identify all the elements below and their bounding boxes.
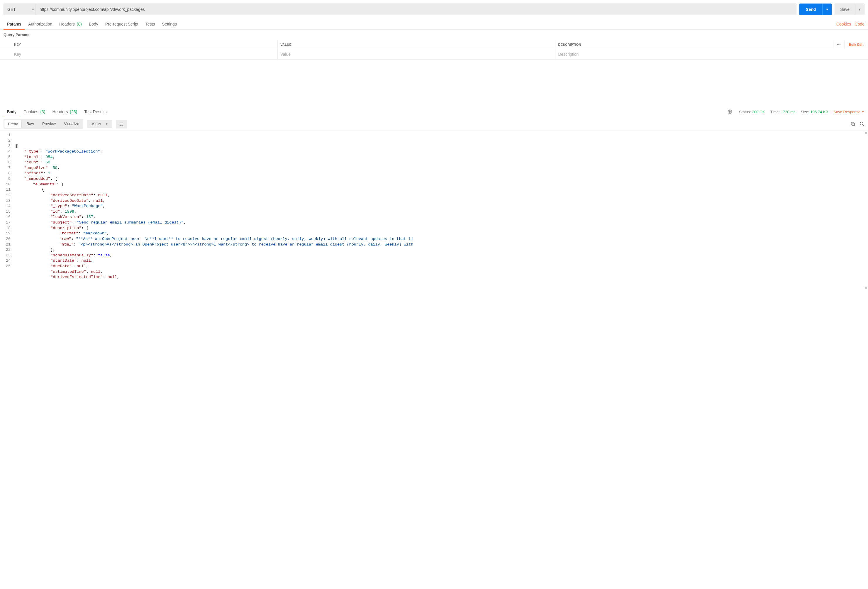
code-link[interactable]: Code bbox=[855, 22, 865, 27]
response-tab-headers[interactable]: Headers (23) bbox=[49, 106, 81, 117]
tab-pre-request-script[interactable]: Pre-request Script bbox=[102, 19, 142, 30]
line-number: 21 bbox=[5, 242, 12, 248]
save-button[interactable]: Save bbox=[835, 3, 855, 15]
body-mode-raw[interactable]: Raw bbox=[23, 120, 37, 128]
time-label: Time:1720 ms bbox=[771, 110, 796, 114]
body-mode-preview[interactable]: Preview bbox=[39, 120, 59, 128]
code-line[interactable]: "startDate": null, bbox=[14, 258, 868, 264]
param-key-input[interactable] bbox=[14, 52, 275, 57]
code-line[interactable]: "lockVersion": 137, bbox=[14, 214, 868, 220]
tab-headers[interactable]: Headers (8) bbox=[56, 19, 85, 30]
svg-rect-1 bbox=[852, 123, 855, 126]
send-button-group: Send ▼ bbox=[799, 3, 832, 15]
code-line[interactable]: "_type": "WorkPackage", bbox=[14, 204, 868, 209]
bulk-edit-link[interactable]: Bulk Edit bbox=[849, 43, 864, 46]
col-header-key: KEY bbox=[0, 40, 278, 49]
url-input[interactable] bbox=[35, 3, 796, 15]
code-line[interactable]: "pageSize": 50, bbox=[14, 165, 868, 171]
response-tab-body[interactable]: Body bbox=[3, 106, 20, 117]
code-line[interactable]: "_embedded": { bbox=[14, 176, 868, 182]
globe-icon[interactable] bbox=[727, 109, 734, 114]
status-label: Status:200 OK bbox=[739, 110, 765, 114]
chevron-down-icon: ▼ bbox=[862, 110, 865, 114]
format-select[interactable]: JSON ▼ bbox=[87, 120, 112, 128]
format-label: JSON bbox=[91, 122, 101, 126]
tab-tests[interactable]: Tests bbox=[142, 19, 159, 30]
line-number: 25 bbox=[5, 264, 12, 269]
code-line[interactable]: "derivedStartDate": null, bbox=[14, 193, 868, 198]
send-button[interactable]: Send bbox=[799, 3, 822, 15]
line-number: 11 bbox=[5, 187, 12, 193]
code-line[interactable]: "description": { bbox=[14, 226, 868, 231]
col-header-value: VALUE bbox=[278, 40, 555, 49]
code-line[interactable]: { bbox=[14, 187, 868, 193]
param-description-input[interactable] bbox=[558, 52, 865, 57]
code-line[interactable]: "_type": "WorkPackageCollection", bbox=[14, 149, 868, 155]
body-mode-group: PrettyRawPreviewVisualize bbox=[3, 119, 83, 129]
line-number: 5 bbox=[5, 155, 12, 160]
tab-count: (8) bbox=[76, 22, 82, 27]
param-value-input[interactable] bbox=[280, 52, 552, 57]
http-method-select[interactable]: GET ▼ bbox=[3, 3, 38, 15]
send-dropdown[interactable]: ▼ bbox=[822, 3, 832, 15]
line-number: 20 bbox=[5, 236, 12, 242]
response-tab-cookies[interactable]: Cookies (3) bbox=[20, 106, 49, 117]
line-number: 12 bbox=[5, 193, 12, 198]
code-line[interactable]: "offset": 1, bbox=[14, 171, 868, 176]
code-line[interactable]: "subject": "Send regular email summaries… bbox=[14, 220, 868, 226]
chevron-down-icon: ▼ bbox=[858, 7, 861, 11]
chevron-down-icon: ▼ bbox=[105, 122, 108, 125]
cookies-link[interactable]: Cookies bbox=[836, 22, 851, 27]
code-line[interactable]: "html": "<p><strong>As</strong> an OpenP… bbox=[14, 242, 868, 248]
code-line[interactable]: "raw": "**As** an OpenProject user \n**I… bbox=[14, 236, 868, 242]
code-line[interactable]: "id": 1899, bbox=[14, 209, 868, 215]
line-number: 14 bbox=[5, 204, 12, 209]
code-line[interactable]: "scheduleManually": false, bbox=[14, 253, 868, 258]
tab-params[interactable]: Params bbox=[3, 19, 25, 30]
body-mode-pretty[interactable]: Pretty bbox=[4, 120, 22, 128]
save-response-button[interactable]: Save Response ▼ bbox=[833, 110, 865, 114]
chevron-down-icon: ▼ bbox=[31, 7, 35, 11]
save-dropdown[interactable]: ▼ bbox=[855, 3, 864, 15]
code-line[interactable]: "derivedEstimatedTime": null, bbox=[14, 275, 868, 280]
body-mode-visualize[interactable]: Visualize bbox=[61, 120, 83, 128]
line-number: 6 bbox=[5, 160, 12, 165]
tab-authorization[interactable]: Authorization bbox=[25, 19, 56, 30]
col-header-description: DESCRIPTION bbox=[555, 40, 833, 49]
line-number: 23 bbox=[5, 253, 12, 258]
tab-count: (3) bbox=[39, 109, 46, 114]
scrollbar-track[interactable] bbox=[864, 131, 868, 293]
code-line[interactable]: { bbox=[14, 143, 868, 149]
line-number: 9 bbox=[5, 176, 12, 182]
query-params-label: Query Params bbox=[0, 30, 868, 40]
line-number: 7 bbox=[5, 165, 12, 171]
svg-point-2 bbox=[860, 122, 863, 125]
line-number: 2 bbox=[5, 138, 12, 144]
tab-body[interactable]: Body bbox=[85, 19, 102, 30]
line-number: 22 bbox=[5, 247, 12, 253]
params-more-button[interactable]: ••• bbox=[833, 40, 844, 49]
line-number: 10 bbox=[5, 182, 12, 187]
response-body: 1234567891011121314151617181920212223242… bbox=[0, 131, 868, 293]
size-label: Size:195.74 KB bbox=[801, 110, 828, 114]
response-tabs: BodyCookies (3)Headers (23)Test Results bbox=[3, 106, 110, 117]
code-line[interactable]: "count": 50, bbox=[14, 160, 868, 165]
code-line[interactable]: "estimatedTime": null, bbox=[14, 269, 868, 275]
code-line[interactable]: "format": "markdown", bbox=[14, 231, 868, 236]
line-number: 16 bbox=[5, 214, 12, 220]
code-line[interactable]: "derivedDueDate": null, bbox=[14, 198, 868, 204]
copy-icon[interactable] bbox=[850, 121, 855, 126]
http-method-label: GET bbox=[7, 7, 16, 12]
code-line[interactable]: "dueDate": null, bbox=[14, 264, 868, 269]
response-tab-test-results[interactable]: Test Results bbox=[81, 106, 110, 117]
wrap-lines-button[interactable] bbox=[116, 120, 127, 128]
code-line[interactable]: "elements": [ bbox=[14, 182, 868, 187]
code-line[interactable]: "total": 954, bbox=[14, 155, 868, 160]
tab-settings[interactable]: Settings bbox=[158, 19, 180, 30]
search-icon[interactable] bbox=[859, 121, 865, 126]
line-number: 24 bbox=[5, 258, 12, 264]
tab-count: (23) bbox=[69, 109, 77, 114]
line-number: 4 bbox=[5, 149, 12, 155]
code-line[interactable]: }, bbox=[14, 247, 868, 253]
params-table: KEY VALUE DESCRIPTION ••• Bulk Edit bbox=[0, 40, 868, 59]
